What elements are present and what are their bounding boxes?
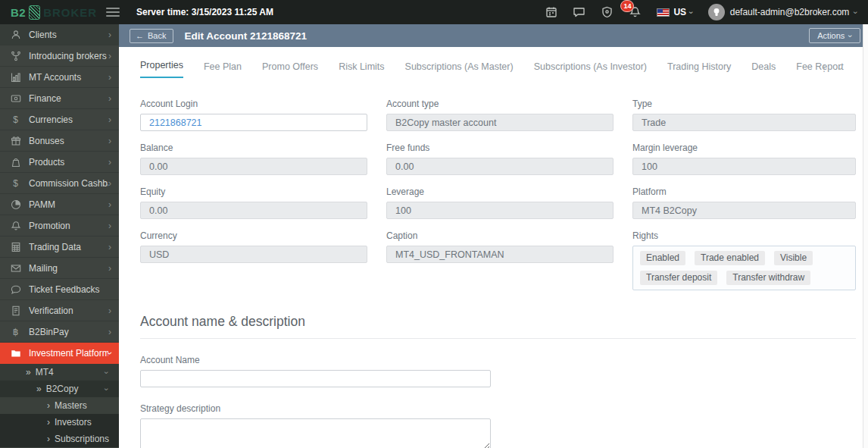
rights-chip: Transfer deposit xyxy=(640,271,717,285)
field-label: Balance xyxy=(140,143,367,153)
field-label: Strategy description xyxy=(140,403,856,414)
actions-button[interactable]: Actions › xyxy=(809,28,860,43)
verification-icon xyxy=(10,305,21,316)
sidebar-item-clients[interactable]: Clients › xyxy=(0,24,119,45)
field-label: Account Name xyxy=(140,355,856,365)
sidebar-item-label: Products xyxy=(29,157,108,168)
sidebar-subitem-b2copy[interactable]: » B2Copy › xyxy=(0,381,119,397)
field-label: Rights xyxy=(632,230,856,241)
chat-icon[interactable] xyxy=(573,6,585,19)
sidebar-item-commission-cashback[interactable]: $ Commission Cashback › xyxy=(0,173,119,194)
sidebar-subitem-investors[interactable]: › Investors xyxy=(0,414,119,431)
tab-deals[interactable]: Deals xyxy=(751,61,776,78)
chevron-down-icon[interactable]: › xyxy=(837,67,845,70)
field-leverage: Leverage xyxy=(386,186,614,219)
sidebar-item-finance[interactable]: Finance › xyxy=(0,88,119,109)
sidebar-item-label: Promotion xyxy=(29,221,108,231)
main-panel: ← Back Edit Account 2121868721 Actions ›… xyxy=(119,24,868,448)
chevron-right-icon: › xyxy=(108,263,111,274)
field-account-type: Account type xyxy=(386,99,614,131)
sidebar-item-label: Verification xyxy=(29,305,108,316)
strategy-description-textarea[interactable] xyxy=(140,418,491,448)
sidebar-item-promotion[interactable]: Promotion › xyxy=(0,215,119,237)
calendar-icon[interactable] xyxy=(545,6,557,19)
menu-toggle-icon[interactable] xyxy=(106,8,120,17)
server-time: Server time: 3/15/2023 11:25 AM xyxy=(136,7,273,17)
chevron-down-icon: › xyxy=(687,11,695,14)
account-login-input[interactable] xyxy=(140,114,367,131)
notifications-bell-icon[interactable]: 14 xyxy=(629,6,642,19)
sidebar-item-label: B2BinPay xyxy=(29,327,108,337)
b2binpay-icon: ฿ xyxy=(10,326,21,337)
tab-properties[interactable]: Properties xyxy=(140,60,183,78)
sidebar-item-ticket-feedbacks[interactable]: Ticket Feedbacks xyxy=(0,279,119,300)
language-selector[interactable]: US › xyxy=(657,7,692,17)
tab-subscriptions-as-investor[interactable]: Subscriptions (As Investor) xyxy=(534,61,647,78)
field-currency: Currency xyxy=(140,230,367,290)
field-account-login: Account Login xyxy=(140,99,367,131)
field-platform: Platform xyxy=(632,186,856,219)
sidebar-item-verification[interactable]: Verification › xyxy=(0,300,119,321)
back-button[interactable]: ← Back xyxy=(130,29,173,43)
tab-subscriptions-as-master[interactable]: Subscriptions (As Master) xyxy=(405,61,514,78)
sidebar-item-mailing[interactable]: Mailing › xyxy=(0,258,119,279)
tab-overflow-icon[interactable]: ⋮ xyxy=(820,63,829,74)
commission-cashback-icon: $ xyxy=(10,177,21,189)
us-flag-icon xyxy=(657,8,670,17)
sidebar-item-investment-platform[interactable]: Investment Platform › xyxy=(0,343,119,364)
rights-box: Enabled Trade enabled Visible Transfer d… xyxy=(632,246,856,290)
platform-input xyxy=(632,202,856,219)
sidebar-item-currencies[interactable]: $ Currencies › xyxy=(0,109,119,130)
chevron-down-icon: › xyxy=(103,387,111,390)
field-label: Type xyxy=(632,99,856,109)
tab-promo-offers[interactable]: Promo Offers xyxy=(262,61,318,78)
field-balance: Balance xyxy=(140,143,367,175)
bullet-icon: » xyxy=(36,384,42,394)
sidebar-item-introducing-brokers[interactable]: Introducing brokers › xyxy=(0,45,119,67)
field-margin-leverage: Margin leverage xyxy=(632,143,856,175)
sidebar-item-b2binpay[interactable]: ฿ B2BinPay › xyxy=(0,321,119,343)
sidebar-subitem-label: B2Copy xyxy=(46,384,79,394)
chevron-down-icon: › xyxy=(105,352,114,355)
logo-device-icon xyxy=(29,5,40,20)
tab-trading-history[interactable]: Trading History xyxy=(667,61,731,78)
rights-chip: Transfer withdraw xyxy=(726,271,810,285)
tab-fee-plan[interactable]: Fee Plan xyxy=(204,61,242,78)
field-account-name: Account Name xyxy=(140,355,856,387)
logo-b2-text: B2 xyxy=(11,6,26,19)
sidebar-subitem-masters[interactable]: › Masters xyxy=(0,397,119,414)
chevron-right-icon: › xyxy=(108,72,111,83)
shield-icon[interactable] xyxy=(601,6,614,19)
sidebar-item-label: Finance xyxy=(29,93,108,104)
ticket-feedbacks-icon xyxy=(10,284,21,295)
field-label: Account type xyxy=(386,99,614,109)
finance-icon xyxy=(10,92,21,104)
sidebar-item-bonuses[interactable]: Bonuses › xyxy=(0,130,119,152)
chevron-right-icon: › xyxy=(108,136,111,146)
sidebar-item-products[interactable]: Products › xyxy=(0,152,119,173)
chevron-right-icon: › xyxy=(108,157,111,168)
bullet-icon: » xyxy=(26,367,31,378)
sidebar-item-trading-data[interactable]: Trading Data › xyxy=(0,237,119,258)
bullet-icon: › xyxy=(47,400,50,411)
sidebar-subitem-subscriptions[interactable]: › Subscriptions xyxy=(0,431,119,447)
chevron-right-icon: › xyxy=(108,327,111,337)
field-label: Equity xyxy=(140,186,367,197)
field-label: Free funds xyxy=(386,143,614,153)
notification-count-badge[interactable]: 14 xyxy=(620,0,634,12)
mt-accounts-icon xyxy=(10,71,21,83)
equity-input xyxy=(140,202,367,219)
sidebar-subitem-mt4[interactable]: » MT4 › xyxy=(0,364,119,381)
vertical-scrollbar[interactable] xyxy=(863,24,868,448)
introducing-brokers-icon xyxy=(10,50,21,61)
account-name-input[interactable] xyxy=(140,370,491,387)
sidebar-subitem-label: Subscriptions xyxy=(55,434,109,444)
chevron-right-icon: › xyxy=(108,114,111,125)
user-menu[interactable]: default-admin@b2broker.com › xyxy=(708,4,857,20)
server-time-label: Server time: xyxy=(136,7,189,17)
sidebar-item-pamm[interactable]: PAMM › xyxy=(0,194,119,215)
field-caption: Caption xyxy=(386,230,614,290)
sidebar-item-mt-accounts[interactable]: MT Accounts › xyxy=(0,67,119,88)
actions-button-label: Actions xyxy=(817,31,845,40)
tab-risk-limits[interactable]: Risk Limits xyxy=(339,61,384,78)
